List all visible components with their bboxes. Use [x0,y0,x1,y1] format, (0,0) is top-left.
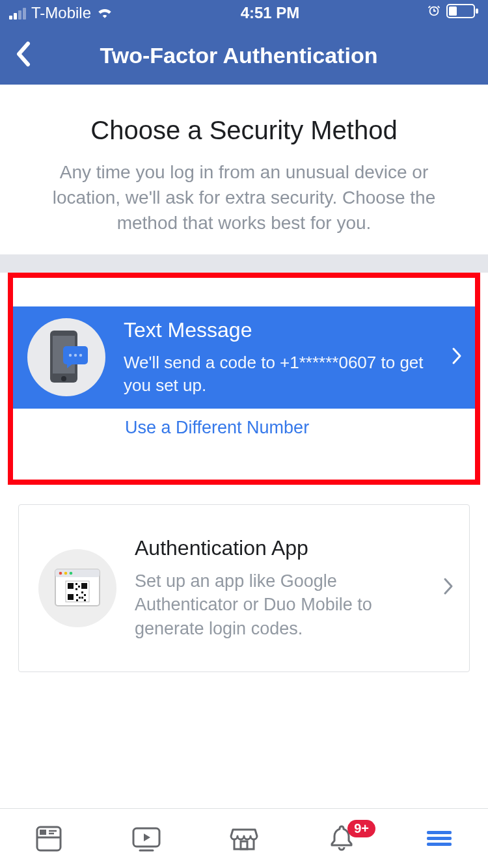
tab-notifications[interactable]: 9+ [322,824,361,854]
qr-app-icon [38,549,116,627]
wifi-icon [96,4,113,22]
svg-rect-2 [449,7,457,16]
header-subtitle: Any time you log in from an unusual devi… [23,159,465,236]
text-message-title: Text Message [124,318,445,342]
svg-rect-18 [68,594,74,600]
tab-watch[interactable] [127,824,166,853]
auth-app-option[interactable]: Authentication App Set up an app like Go… [18,504,470,672]
page-title: Two-Factor Authentication [5,43,472,68]
alarm-icon [427,4,441,22]
auth-app-body: Authentication App Set up an app like Go… [135,536,437,640]
svg-rect-17 [81,583,87,589]
tab-menu[interactable] [420,828,459,848]
svg-rect-21 [75,588,77,590]
section-separator [0,254,488,273]
svg-point-12 [59,572,62,575]
status-bar: T-Mobile 4:51 PM [0,0,488,26]
page-header: Choose a Security Method Any time you lo… [0,85,488,254]
tab-marketplace[interactable] [224,824,264,853]
svg-point-13 [64,572,68,575]
phone-sms-icon [27,318,105,396]
svg-rect-28 [76,599,78,601]
signal-icon [9,7,26,20]
svg-rect-22 [81,591,83,593]
svg-rect-16 [68,583,74,589]
time-label: 4:51 PM [241,4,300,22]
text-message-option[interactable]: Text Message We'll send a code to +1****… [13,306,475,409]
text-message-body: Text Message We'll send a code to +1****… [124,318,445,397]
carrier-label: T-Mobile [31,4,91,22]
svg-point-7 [69,354,72,357]
chevron-right-icon [437,575,454,601]
svg-point-5 [61,376,66,381]
svg-point-9 [79,354,82,357]
svg-rect-31 [40,830,46,835]
nav-bar: Two-Factor Authentication [0,26,488,85]
svg-rect-27 [84,599,86,601]
text-message-desc: We'll send a code to +1******0607 to get… [124,351,445,397]
svg-rect-23 [84,594,86,596]
tab-feed[interactable] [29,824,68,853]
svg-rect-1 [476,8,478,14]
auth-app-title: Authentication App [135,536,437,560]
svg-rect-19 [75,583,77,585]
status-left: T-Mobile [9,4,113,22]
svg-rect-36 [241,841,247,849]
svg-rect-26 [81,597,83,599]
svg-point-14 [70,572,73,575]
status-right [427,4,479,22]
text-message-option-highlight: Text Message We'll send a code to +1****… [8,273,480,485]
svg-rect-24 [76,594,78,596]
svg-rect-25 [79,597,81,599]
battery-icon [446,4,479,22]
svg-point-8 [74,354,77,357]
header-title: Choose a Security Method [23,116,465,145]
notification-badge: 9+ [347,820,375,837]
use-different-number-link[interactable]: Use a Different Number [13,409,475,438]
svg-rect-20 [78,586,80,588]
chevron-right-icon [445,345,462,370]
auth-app-desc: Set up an app like Google Authenticator … [135,569,437,640]
tab-bar: 9+ [0,808,488,868]
